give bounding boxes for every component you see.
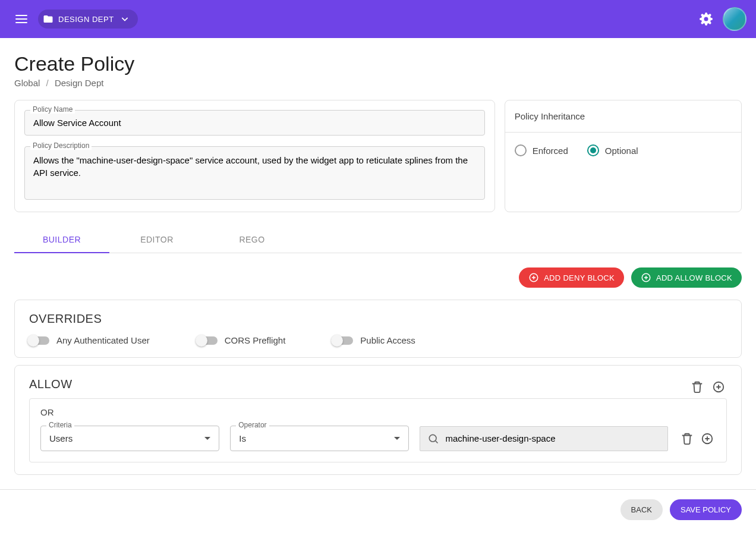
toggle-cors-preflight[interactable] [197, 336, 218, 345]
allow-title: ALLOW [29, 377, 73, 391]
page-title: Create Policy [14, 52, 742, 75]
plus-circle-icon [701, 432, 714, 445]
policy-name-input[interactable] [24, 110, 485, 136]
inheritance-optional-radio[interactable]: Optional [587, 144, 638, 156]
plus-circle-icon [712, 380, 725, 394]
overrides-title: OVERRIDES [29, 312, 727, 326]
criteria-value: Users [49, 433, 73, 443]
topbar-right [699, 7, 746, 31]
avatar[interactable] [723, 7, 746, 31]
tab-rego[interactable]: REGO [204, 226, 300, 253]
save-policy-button[interactable]: SAVE POLICY [670, 499, 742, 520]
operator-select[interactable]: Is [230, 426, 409, 451]
or-label: OR [40, 407, 716, 417]
operator-value: Is [239, 433, 246, 443]
radio-label-enforced: Enforced [533, 146, 568, 156]
overrides-section: OVERRIDES Any Authenticated User CORS Pr… [14, 300, 742, 358]
radio-label-optional: Optional [605, 146, 638, 156]
add-allow-block-button[interactable]: ADD ALLOW BLOCK [631, 267, 742, 288]
add-deny-block-label: ADD DENY BLOCK [544, 273, 615, 282]
svg-point-3 [430, 435, 437, 442]
tabs: BUILDER EDITOR REGO [14, 226, 742, 253]
delete-allow-block-button[interactable] [689, 379, 705, 395]
inheritance-title: Policy Inheritance [505, 100, 741, 133]
tab-builder[interactable]: BUILDER [14, 226, 109, 253]
trash-icon [681, 432, 694, 445]
plus-circle-icon [641, 272, 651, 283]
allow-section: ALLOW OR Criteria Users [14, 365, 742, 475]
topbar: DESIGN DEPT [0, 0, 756, 38]
scope-chip[interactable]: DESIGN DEPT [38, 10, 138, 29]
value-input[interactable] [445, 433, 660, 443]
trash-icon [691, 380, 704, 394]
or-group: OR Criteria Users Operator Is [29, 398, 727, 462]
menu-button[interactable] [10, 7, 33, 31]
topbar-left: DESIGN DEPT [10, 7, 138, 31]
add-allow-group-button[interactable] [710, 379, 727, 395]
breadcrumb-root[interactable]: Global [14, 78, 40, 88]
back-button[interactable]: BACK [620, 499, 663, 520]
toggle-label-cors-preflight: CORS Preflight [225, 335, 286, 345]
criteria-label: Criteria [46, 421, 74, 429]
add-allow-block-label: ADD ALLOW BLOCK [656, 273, 732, 282]
inheritance-enforced-radio[interactable]: Enforced [515, 144, 568, 156]
scope-label: DESIGN DEPT [58, 15, 114, 24]
policy-description-label: Policy Description [30, 141, 92, 150]
toggle-label-public-access: Public Access [360, 335, 415, 345]
toggle-any-authenticated-user[interactable] [29, 336, 49, 345]
operator-label: Operator [236, 421, 269, 429]
gear-icon[interactable] [699, 12, 713, 26]
policy-name-label: Policy Name [30, 105, 75, 114]
add-deny-block-button[interactable]: ADD DENY BLOCK [519, 267, 624, 288]
folder-icon [43, 14, 53, 24]
policy-description-input[interactable]: Allows the "machine-user-design-space" s… [24, 146, 485, 200]
dropdown-caret-icon [394, 437, 400, 440]
policy-details-card: Policy Name Policy Description Allows th… [14, 100, 495, 212]
toggle-label-any-authenticated-user: Any Authenticated User [56, 335, 150, 345]
footer: BACK SAVE POLICY [0, 489, 756, 534]
value-search-field[interactable] [420, 426, 668, 451]
radio-outer-enforced [515, 144, 527, 156]
dropdown-caret-icon [204, 437, 210, 440]
breadcrumb: Global / Design Dept [14, 78, 742, 88]
add-rule-button[interactable] [699, 430, 716, 447]
breadcrumb-separator: / [46, 78, 49, 88]
chevron-down-icon [119, 13, 131, 25]
plus-circle-icon [528, 272, 539, 283]
radio-outer-optional [587, 144, 599, 156]
delete-rule-button[interactable] [679, 430, 695, 447]
criteria-select[interactable]: Users [40, 426, 219, 451]
menu-icon [14, 12, 29, 26]
toggle-public-access[interactable] [333, 336, 353, 345]
tab-editor[interactable]: EDITOR [109, 226, 204, 253]
breadcrumb-current: Design Dept [55, 78, 104, 88]
search-icon [427, 433, 439, 445]
inheritance-card: Policy Inheritance Enforced Optional [505, 100, 742, 212]
